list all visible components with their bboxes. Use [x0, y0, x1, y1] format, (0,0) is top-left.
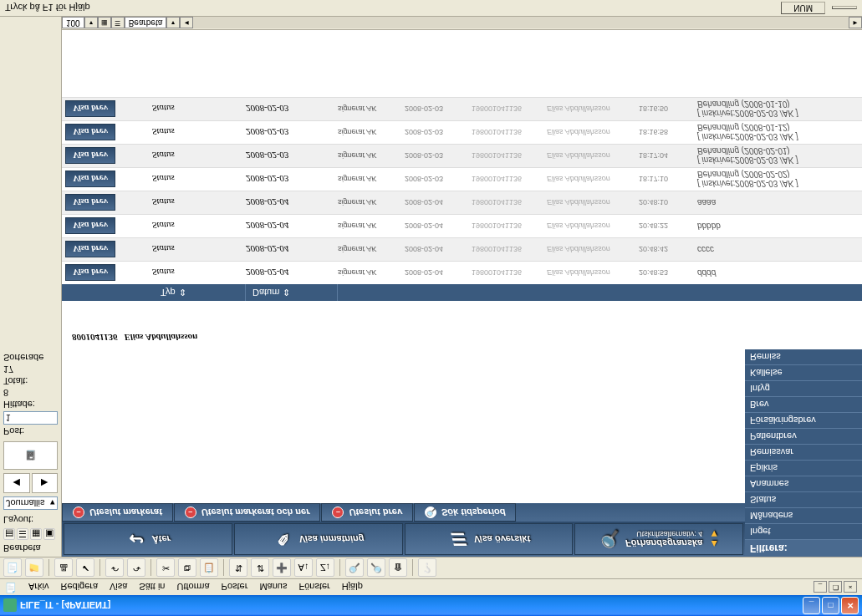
cell-typ: Status [145, 198, 246, 208]
scroll-left-icon[interactable]: ◄ [180, 18, 193, 29]
grid-body[interactable]: Visa brevStatus2008-02-04signerat AK2008… [62, 30, 862, 284]
table-row[interactable]: Visa brevStatus2008-02-03signerat AK2008… [62, 167, 862, 191]
zoom-down-icon[interactable]: ▾ [84, 18, 98, 29]
menu-arkiv[interactable]: Arkiv [23, 581, 54, 594]
filter-item-remiss[interactable]: Remiss [745, 349, 862, 365]
visa-brev-button[interactable]: Visa brev [65, 148, 115, 165]
view-mode2-icon[interactable]: ☰ [17, 528, 28, 540]
table-row[interactable]: Visa brevStatus2008-02-04signerat AK2008… [62, 237, 862, 261]
visa-brev-button[interactable]: Visa brev [65, 125, 115, 141]
spiral-icon[interactable]: 📓 [3, 441, 58, 470]
filter-item-försäkringsbrev[interactable]: Försäkringsbrev [745, 413, 862, 429]
view-mode4-icon[interactable]: ▣ [43, 528, 55, 540]
table-row[interactable]: Visa brevStatus2008-02-03signerat AK2008… [62, 97, 862, 120]
visa-brev-button[interactable]: Visa brev [65, 195, 115, 211]
filter-item-inget[interactable]: Inget [745, 524, 862, 540]
tool-redo-icon[interactable]: ↷ [127, 559, 145, 578]
filter-item-månadens[interactable]: Månadens [745, 508, 862, 524]
menu-redigera[interactable]: Redigera [55, 581, 103, 594]
visa-inmatning-button[interactable]: ✎ Visa inmatning [234, 523, 403, 555]
patient-name: Elias Abdullahsson [124, 333, 197, 343]
tool-help-icon[interactable]: ❔ [418, 559, 436, 578]
visa-oversikt-button[interactable]: ☰ Visa översikt [405, 523, 574, 555]
filter-item-kallelse[interactable]: Kallelse [745, 365, 862, 381]
cell-typ: Status [145, 104, 246, 115]
menu-satt-in[interactable]: Sätt in [134, 581, 170, 594]
maximize-button[interactable]: □ [822, 597, 839, 614]
hittade-value: 8 [3, 388, 58, 398]
sok-tidsperiod-button[interactable]: 🔍 Sök tidsperiod [414, 503, 516, 522]
post-input[interactable] [3, 411, 58, 425]
filter-item-patientbrev[interactable]: Patientbrev [745, 429, 862, 445]
visa-brev-button[interactable]: Visa brev [65, 171, 115, 188]
bottom-bar: 100 ▾ ▦ ☰ Bearbeta ▾ ◄ ► [62, 17, 862, 30]
stats-panel: Post: Hittade: 8 Totalt: 17 Sorterade [3, 351, 58, 438]
filter-item-intyg[interactable]: Intyg [745, 381, 862, 397]
up-down-arrows-icon[interactable]: ▲▼ [709, 530, 719, 548]
col-datum[interactable]: Datum ⇕ [246, 284, 338, 301]
next-arrow-icon[interactable]: ► [32, 473, 59, 493]
filter-item-brev[interactable]: Brev [745, 397, 862, 413]
tool-copy-icon[interactable]: ⧉ [178, 559, 196, 578]
scrollbar-track[interactable] [193, 18, 849, 29]
visa-brev-button[interactable]: Visa brev [65, 101, 115, 118]
tool-sortaz-icon[interactable]: A↓ [294, 559, 313, 578]
view-grid-icon[interactable]: ▦ [98, 18, 111, 29]
forhandsgranska-button[interactable]: 🔍 FörhandsgranskaUtskriftsalternativ: 4 … [574, 523, 743, 555]
table-row[interactable]: Visa brevStatus2008-02-03signerat AK2008… [62, 120, 862, 144]
filter-item-status[interactable]: Status [745, 492, 862, 508]
view-mode3-icon[interactable]: ▦ [30, 528, 42, 540]
table-row[interactable]: Visa brevStatus2008-02-04signerat AK2008… [62, 191, 862, 214]
menu-utforma[interactable]: Utforma [171, 581, 214, 594]
prev-arrow-icon[interactable]: ◄ [3, 473, 30, 493]
mdi-restore-button[interactable]: ❐ [829, 582, 842, 593]
tool-open-icon[interactable]: 📁 [25, 559, 43, 578]
uteslut-brev-button[interactable]: – Uteslut brev [321, 503, 413, 522]
layout-dropdown[interactable]: Journallis▾ [3, 496, 58, 510]
tool-print-icon[interactable]: 🖶 [54, 559, 73, 578]
ater-button[interactable]: ↩ Åter [64, 523, 232, 555]
filter-item-epikris[interactable]: Epikris [745, 461, 862, 476]
filter-item-anamnes[interactable]: Anamnes [745, 476, 862, 492]
col-typ[interactable]: Typ ⇕ [154, 284, 246, 301]
zoom-value[interactable]: 100 [62, 18, 84, 29]
visa-brev-button[interactable]: Visa brev [65, 218, 115, 235]
menu-fonster[interactable]: Fönster [293, 581, 334, 594]
tool-sort2-icon[interactable]: ⇵ [251, 559, 269, 578]
tool-plus-icon[interactable]: ➕ [273, 559, 291, 578]
tool-delete-icon[interactable]: 🗑 [389, 559, 407, 578]
uteslut-markerat-ner-button[interactable]: – Uteslut markerat och ner [174, 503, 321, 522]
tool-cut-icon[interactable]: ✂ [156, 559, 175, 578]
menu-visa[interactable]: Visa [105, 581, 132, 594]
tool-paste-icon[interactable]: 📋 [200, 559, 218, 578]
tool-find-icon[interactable]: 🔍 [345, 559, 364, 578]
table-row[interactable]: Visa brevStatus2008-02-03signerat AK2008… [62, 144, 862, 167]
cell-time: 20:48:42 [639, 246, 697, 254]
tool-undo-icon[interactable]: ↶ [105, 559, 124, 578]
visa-brev-button[interactable]: Visa brev [65, 265, 115, 282]
scroll-right-icon[interactable]: ► [849, 18, 862, 29]
tool-sortza-icon[interactable]: Z↓ [316, 559, 334, 578]
tool-spell-icon[interactable]: ✔ [76, 559, 94, 578]
menu-poster[interactable]: Poster [217, 581, 253, 594]
mdi-close-button[interactable]: × [844, 582, 857, 593]
uteslut-markerat-button[interactable]: – Uteslut markerat [62, 503, 173, 522]
view-list-icon[interactable]: ☰ [111, 18, 125, 29]
minimize-button[interactable]: _ [803, 597, 820, 614]
cell-desc: [ inskrivet:2008-02-03 /AK ]Behandling (… [697, 147, 862, 165]
table-row[interactable]: Visa brevStatus2008-02-04signerat AK2008… [62, 214, 862, 237]
tool-sort-icon[interactable]: ⇅ [229, 559, 247, 578]
menu-hjalp[interactable]: Hjälp [337, 581, 368, 594]
filter-item-remissvar[interactable]: Remissvar [745, 445, 862, 461]
table-row[interactable]: Visa brevStatus2008-02-04signerat AK2008… [62, 261, 862, 284]
menu-manus[interactable]: Manus [254, 581, 292, 594]
mode-down-icon[interactable]: ▾ [166, 18, 180, 29]
visa-brev-button[interactable]: Visa brev [65, 242, 115, 258]
mdi-minimize-button[interactable]: _ [814, 582, 827, 593]
mode-label[interactable]: Bearbeta [125, 18, 167, 29]
tool-new-icon[interactable]: 📄 [3, 559, 22, 578]
view-mode1-icon[interactable]: ▤ [3, 528, 15, 540]
tool-findall-icon[interactable]: 🔎 [367, 559, 385, 578]
overview-icon: ☰ [447, 529, 467, 549]
close-button[interactable]: ✕ [841, 597, 859, 614]
